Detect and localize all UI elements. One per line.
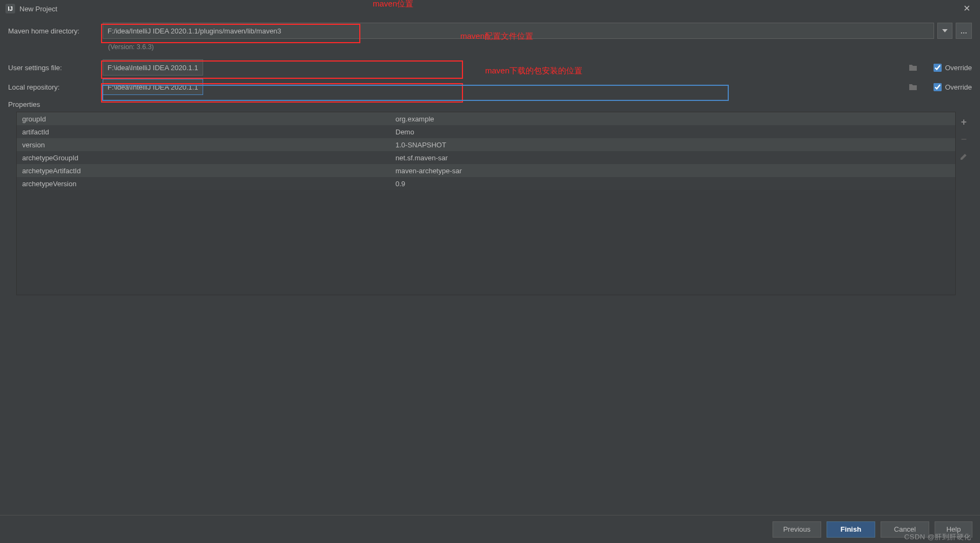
properties-table[interactable]: groupIdorg.exampleartifactIdDemoversion1… [16, 112, 956, 295]
table-row[interactable]: version1.0-SNAPSHOT [17, 138, 955, 151]
row-maven-home: Maven home directory: … [8, 23, 972, 39]
label-maven-home: Maven home directory: [8, 27, 103, 35]
row-user-settings: User settings file: Override [8, 59, 972, 76]
pencil-icon [959, 152, 968, 161]
override-label: Override [945, 83, 972, 91]
user-settings-input[interactable] [103, 59, 203, 76]
local-repo-override[interactable]: Override [934, 83, 972, 91]
dialog-content: maven位置 Maven home directory: … (Version… [0, 17, 980, 301]
properties-section-title: Properties [8, 100, 972, 108]
finish-button[interactable]: Finish [827, 521, 875, 538]
dialog-footer: Previous Finish Cancel Help [0, 515, 980, 543]
property-value: 0.9 [392, 180, 955, 188]
property-key: groupId [17, 115, 392, 123]
property-key: archetypeArtifactId [17, 167, 392, 175]
property-value: Demo [392, 128, 955, 136]
local-repo-override-checkbox[interactable] [934, 83, 942, 91]
property-key: version [17, 141, 392, 149]
user-settings-override-checkbox[interactable] [934, 64, 942, 72]
maven-version-text: (Version: 3.6.3) [103, 42, 159, 52]
properties-toolbar: + − [956, 112, 972, 295]
property-value: org.example [392, 115, 955, 123]
add-property-button[interactable]: + [958, 116, 970, 128]
table-row[interactable]: groupIdorg.example [17, 112, 955, 125]
edit-property-button [958, 151, 970, 162]
maven-home-input[interactable] [103, 23, 934, 39]
watermark-text: CSDN @肝到肝硬化 [904, 532, 971, 542]
table-row[interactable]: archetypeVersion0.9 [17, 177, 955, 190]
user-settings-override[interactable]: Override [934, 64, 972, 72]
maven-home-browse-button[interactable]: … [956, 23, 972, 39]
close-icon[interactable]: ✕ [959, 2, 975, 15]
chevron-down-icon [942, 29, 948, 32]
property-key: artifactId [17, 128, 392, 136]
app-icon: IJ [5, 4, 15, 13]
property-key: archetypeVersion [17, 180, 392, 188]
row-local-repo: Local repository: Override [8, 79, 972, 95]
properties-area: groupIdorg.exampleartifactIdDemoversion1… [8, 112, 972, 295]
table-row[interactable]: artifactIdDemo [17, 125, 955, 138]
table-row[interactable]: archetypeGroupIdnet.sf.maven-sar [17, 151, 955, 164]
label-user-settings: User settings file: [8, 64, 103, 72]
property-value: maven-archetype-sar [392, 167, 955, 175]
property-key: archetypeGroupId [17, 154, 392, 162]
titlebar: IJ New Project ✕ [0, 0, 980, 17]
remove-property-button: − [958, 133, 970, 145]
local-repo-input[interactable] [103, 79, 203, 95]
previous-button[interactable]: Previous [773, 521, 821, 538]
folder-icon[interactable] [905, 79, 921, 94]
property-value: net.sf.maven-sar [392, 154, 955, 162]
table-row[interactable]: archetypeArtifactIdmaven-archetype-sar [17, 164, 955, 177]
override-label: Override [945, 64, 972, 72]
row-version: (Version: 3.6.3) [8, 42, 972, 52]
window-title: New Project [19, 5, 57, 13]
label-local-repo: Local repository: [8, 83, 103, 91]
maven-home-dropdown[interactable] [937, 23, 952, 39]
app-icon-text: IJ [8, 5, 12, 12]
folder-icon[interactable] [905, 60, 921, 75]
property-value: 1.0-SNAPSHOT [392, 141, 955, 149]
